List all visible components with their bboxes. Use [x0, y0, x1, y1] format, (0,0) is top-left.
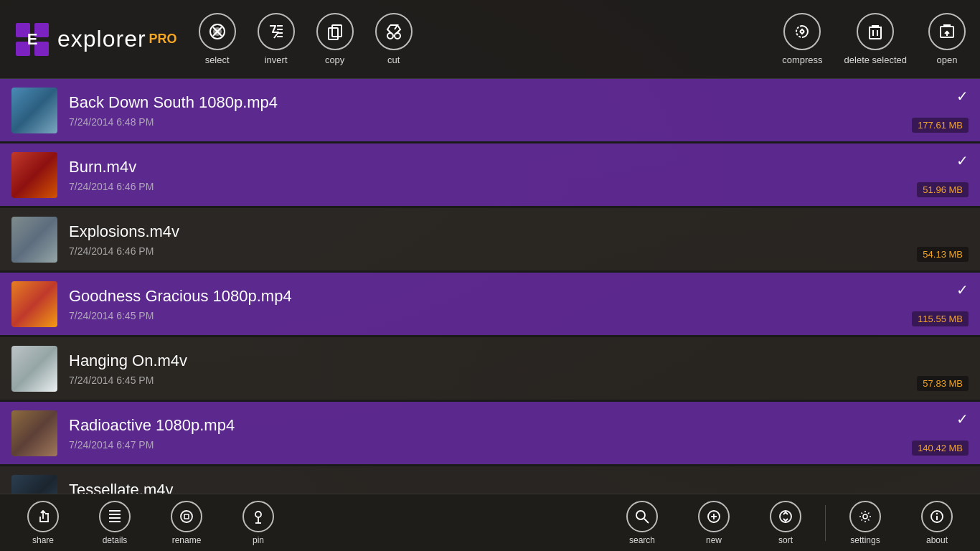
invert-button[interactable]: invert: [258, 13, 295, 65]
details-button[interactable]: details: [79, 501, 151, 545]
file-info: Explosions.m4v 7/24/2014 6:46 PM: [69, 222, 969, 257]
svg-point-14: [395, 33, 400, 39]
delete-icon: [857, 13, 894, 50]
svg-point-29: [863, 514, 867, 519]
svg-rect-12: [329, 28, 338, 39]
invert-label: invert: [265, 55, 288, 65]
file-thumbnail: [11, 88, 57, 133]
copy-label: copy: [325, 55, 344, 65]
file-info: Burn.m4v 7/24/2014 6:46 PM: [69, 158, 969, 192]
svg-point-32: [936, 512, 938, 514]
select-icon: [199, 13, 236, 50]
invert-icon: [258, 13, 295, 50]
app-pro-label: PRO: [149, 32, 177, 47]
compress-label: compress: [782, 55, 822, 65]
check-mark: ✓: [956, 88, 969, 105]
file-info: Tessellate.m4v 7/24/2014 6:45 PM: [69, 481, 969, 494]
select-button[interactable]: select: [199, 13, 236, 65]
file-date: 7/24/2014 6:46 PM: [69, 181, 969, 192]
file-date: 7/24/2014 6:47 PM: [69, 439, 969, 451]
rename-button[interactable]: rename: [151, 501, 222, 545]
pin-button[interactable]: pin: [222, 501, 294, 545]
file-name: Tessellate.m4v: [69, 481, 969, 494]
file-date: 7/24/2014 6:45 PM: [69, 375, 969, 386]
file-name: Back Down South 1080p.mp4: [69, 93, 969, 112]
file-size: 140.42 MB: [912, 441, 969, 456]
delete-selected-button[interactable]: delete selected: [844, 13, 907, 65]
delete-selected-label: delete selected: [844, 55, 907, 65]
sort-button[interactable]: sort: [750, 501, 821, 545]
open-button[interactable]: open: [928, 13, 966, 65]
file-thumbnail: [11, 475, 57, 494]
file-date: 7/24/2014 6:48 PM: [69, 116, 969, 128]
share-button[interactable]: share: [7, 501, 79, 545]
file-item[interactable]: Burn.m4v 7/24/2014 6:46 PM ✓ 51.96 MB: [0, 143, 980, 208]
file-size: 177.61 MB: [912, 118, 969, 133]
file-item[interactable]: Back Down South 1080p.mp4 7/24/2014 6:48…: [0, 79, 980, 143]
file-name: Explosions.m4v: [69, 222, 969, 241]
copy-icon: [316, 13, 354, 50]
logo-area: E explorer PRO: [14, 22, 177, 57]
file-date: 7/24/2014 6:46 PM: [69, 245, 969, 257]
file-size: 115.55 MB: [912, 311, 969, 326]
new-icon: [698, 501, 730, 532]
svg-line-24: [644, 519, 649, 523]
logo-icon: E: [14, 22, 50, 57]
select-label: select: [205, 55, 230, 65]
file-info: Radioactive 1080p.mp4 7/24/2014 6:47 PM: [69, 416, 969, 451]
sort-label: sort: [778, 535, 793, 545]
svg-rect-15: [870, 27, 881, 39]
toolbar-left-buttons: select invert copy cut: [199, 13, 413, 65]
file-item[interactable]: Hanging On.m4v 7/24/2014 6:45 PM 57.83 M…: [0, 337, 980, 402]
cut-button[interactable]: cut: [375, 13, 413, 65]
file-item[interactable]: Goodness Gracious 1080p.mp4 7/24/2014 6:…: [0, 273, 980, 337]
file-size: 54.13 MB: [917, 247, 969, 262]
file-thumbnail: [11, 281, 57, 327]
search-label: search: [629, 535, 655, 545]
file-info: Goodness Gracious 1080p.mp4 7/24/2014 6:…: [69, 287, 969, 321]
file-list: Back Down South 1080p.mp4 7/24/2014 6:48…: [0, 79, 980, 494]
share-icon: [27, 501, 59, 532]
about-button[interactable]: about: [901, 501, 973, 545]
open-label: open: [937, 55, 958, 65]
new-button[interactable]: new: [678, 501, 750, 545]
top-toolbar: E explorer PRO select invert copy: [0, 0, 980, 79]
details-icon: [99, 501, 131, 532]
file-thumbnail: [11, 217, 57, 263]
file-thumbnail: [11, 152, 57, 198]
settings-button[interactable]: settings: [829, 501, 901, 545]
svg-point-22: [255, 512, 261, 517]
check-mark: ✓: [956, 152, 969, 169]
file-item[interactable]: Radioactive 1080p.mp4 7/24/2014 6:47 PM …: [0, 402, 980, 466]
cut-label: cut: [387, 55, 400, 65]
rename-icon: [171, 501, 202, 532]
file-item[interactable]: Tessellate.m4v 7/24/2014 6:45 PM 32.11 M…: [0, 466, 980, 494]
file-name: Goodness Gracious 1080p.mp4: [69, 287, 969, 306]
cut-icon: [375, 13, 413, 50]
svg-rect-21: [184, 514, 189, 519]
file-item[interactable]: Explosions.m4v 7/24/2014 6:46 PM 54.13 M…: [0, 208, 980, 273]
file-name: Burn.m4v: [69, 158, 969, 176]
compress-button[interactable]: compress: [782, 13, 822, 65]
toolbar-right-buttons: compress delete selected open: [782, 13, 966, 65]
file-info: Back Down South 1080p.mp4 7/24/2014 6:48…: [69, 93, 969, 128]
pin-icon: [242, 501, 274, 532]
settings-label: settings: [850, 535, 880, 545]
open-icon: [928, 13, 966, 50]
search-button[interactable]: search: [606, 501, 678, 545]
check-mark: ✓: [956, 410, 969, 428]
file-name: Hanging On.m4v: [69, 352, 969, 370]
file-size: 57.83 MB: [917, 376, 969, 391]
file-size: 51.96 MB: [917, 182, 969, 197]
file-name: Radioactive 1080p.mp4: [69, 416, 969, 435]
details-label: details: [103, 535, 128, 545]
compress-icon: [783, 13, 821, 50]
rename-label: rename: [172, 535, 202, 545]
file-thumbnail: [11, 410, 57, 456]
svg-text:E: E: [27, 30, 38, 48]
about-icon: [921, 501, 953, 532]
about-label: about: [926, 535, 948, 545]
file-date: 7/24/2014 6:45 PM: [69, 310, 969, 321]
copy-button[interactable]: copy: [316, 13, 354, 65]
file-info: Hanging On.m4v 7/24/2014 6:45 PM: [69, 352, 969, 386]
